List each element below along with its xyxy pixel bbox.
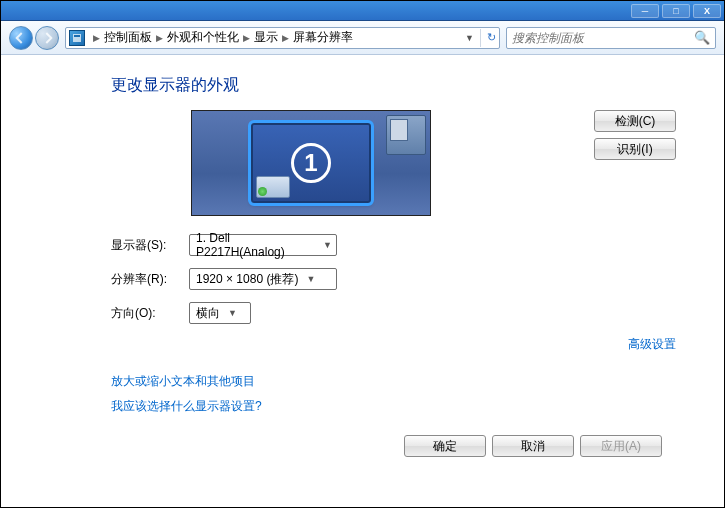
svg-rect-1 <box>74 35 80 37</box>
close-button[interactable]: X <box>693 4 721 18</box>
crumb-display[interactable]: 显示 <box>254 29 278 46</box>
taskbar-thumb <box>256 176 290 198</box>
chevron-right-icon: ▶ <box>282 33 289 43</box>
window: ─ □ X ▶ 控制面板 ▶ 外观和个性化 ▶ 显示 ▶ 屏幕分辨率 ▼ ↻ <box>0 0 725 508</box>
chevron-right-icon: ▶ <box>156 33 163 43</box>
resolution-row: 分辨率(R): 1920 × 1080 (推荐) ▼ <box>111 268 676 290</box>
advanced-settings-link[interactable]: 高级设置 <box>628 336 676 353</box>
display-preview-row: 1 检测(C) 识别(I) <box>111 110 676 216</box>
display-value: 1. Dell P2217H(Analog) <box>196 231 315 259</box>
minimize-button[interactable]: ─ <box>631 4 659 18</box>
breadcrumb-bar[interactable]: ▶ 控制面板 ▶ 外观和个性化 ▶ 显示 ▶ 屏幕分辨率 ▼ ↻ <box>65 27 500 49</box>
page-title: 更改显示器的外观 <box>111 75 676 96</box>
crumb-control-panel[interactable]: 控制面板 <box>104 29 152 46</box>
dialog-footer: 确定 取消 应用(A) <box>111 423 676 469</box>
chevron-down-icon: ▼ <box>323 240 332 250</box>
orientation-label: 方向(O): <box>111 305 189 322</box>
orientation-value: 横向 <box>196 305 220 322</box>
display-preview[interactable]: 1 <box>191 110 431 216</box>
chevron-down-icon: ▼ <box>306 274 315 284</box>
resolution-label: 分辨率(R): <box>111 271 189 288</box>
secondary-thumb <box>386 115 426 155</box>
orientation-row: 方向(O): 横向 ▼ <box>111 302 676 324</box>
detect-identify-group: 检测(C) 识别(I) <box>594 110 676 160</box>
monitor-1[interactable]: 1 <box>251 123 371 203</box>
identify-button[interactable]: 识别(I) <box>594 138 676 160</box>
monitor-number: 1 <box>291 143 331 183</box>
chevron-down-icon[interactable]: ▼ <box>465 33 474 43</box>
titlebar: ─ □ X <box>1 1 724 21</box>
maximize-button[interactable]: □ <box>662 4 690 18</box>
display-label: 显示器(S): <box>111 237 189 254</box>
control-panel-icon <box>69 30 85 46</box>
start-orb-icon <box>258 187 267 196</box>
crumb-resolution[interactable]: 屏幕分辨率 <box>293 29 353 46</box>
chevron-right-icon: ▶ <box>93 33 100 43</box>
search-icon[interactable]: 🔍 <box>694 30 710 45</box>
back-button[interactable] <box>9 26 33 50</box>
nav-arrows <box>9 26 59 50</box>
crumb-appearance[interactable]: 外观和个性化 <box>167 29 239 46</box>
chevron-right-icon: ▶ <box>243 33 250 43</box>
search-box[interactable]: 🔍 <box>506 27 716 49</box>
orientation-select[interactable]: 横向 ▼ <box>189 302 251 324</box>
resolution-select[interactable]: 1920 × 1080 (推荐) ▼ <box>189 268 337 290</box>
text-size-link[interactable]: 放大或缩小文本和其他项目 <box>111 373 676 390</box>
cancel-button[interactable]: 取消 <box>492 435 574 457</box>
display-select[interactable]: 1. Dell P2217H(Analog) ▼ <box>189 234 337 256</box>
chevron-down-icon: ▼ <box>228 308 237 318</box>
search-input[interactable] <box>512 31 694 45</box>
ok-button[interactable]: 确定 <box>404 435 486 457</box>
content-area: 更改显示器的外观 1 检测(C) 识别(I) 显示器(S): <box>1 55 724 507</box>
path-end-controls: ▼ ↻ <box>465 29 496 47</box>
detect-button[interactable]: 检测(C) <box>594 110 676 132</box>
resolution-value: 1920 × 1080 (推荐) <box>196 271 298 288</box>
refresh-icon[interactable]: ↻ <box>487 31 496 44</box>
forward-button[interactable] <box>35 26 59 50</box>
apply-button[interactable]: 应用(A) <box>580 435 662 457</box>
display-row: 显示器(S): 1. Dell P2217H(Analog) ▼ <box>111 234 676 256</box>
help-link[interactable]: 我应该选择什么显示器设置? <box>111 398 676 415</box>
navbar: ▶ 控制面板 ▶ 外观和个性化 ▶ 显示 ▶ 屏幕分辨率 ▼ ↻ 🔍 <box>1 21 724 55</box>
